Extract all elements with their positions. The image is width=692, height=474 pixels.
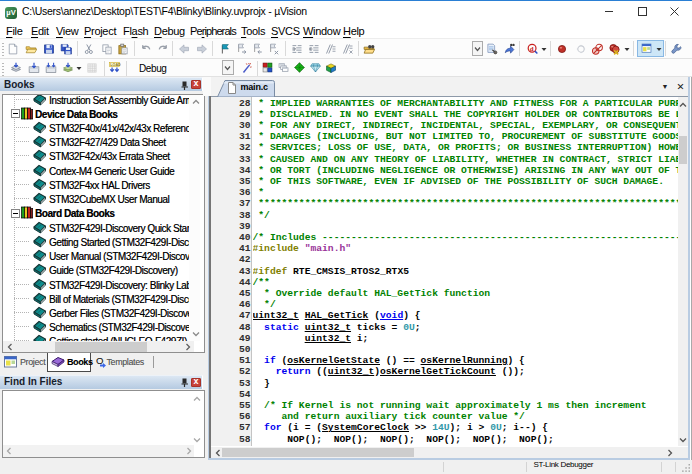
svg-text:d: d bbox=[530, 45, 534, 52]
svg-text:LOAD: LOAD bbox=[110, 63, 121, 67]
